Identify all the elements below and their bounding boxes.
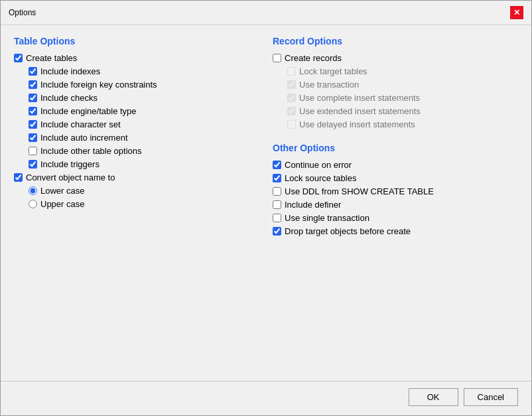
include-definer-label[interactable]: Include definer	[285, 200, 341, 210]
use-ddl-row: Use DDL from SHOW CREATE TABLE	[273, 186, 518, 196]
continue-on-error-label[interactable]: Continue on error	[285, 160, 352, 170]
include-other-label[interactable]: Include other table options	[40, 146, 142, 156]
continue-on-error-row: Continue on error	[273, 160, 518, 170]
ok-button[interactable]: OK	[409, 388, 458, 406]
include-triggers-row: Include triggers	[29, 159, 259, 169]
include-auto-inc-label[interactable]: Include auto increment	[40, 133, 128, 143]
include-definer-row: Include definer	[273, 200, 518, 210]
lower-case-radio[interactable]	[29, 186, 37, 195]
lock-source-tables-label[interactable]: Lock source tables	[285, 173, 356, 183]
lock-target-checkbox[interactable]	[287, 67, 296, 76]
include-charset-checkbox[interactable]	[29, 120, 37, 129]
use-complete-insert-row: Use complete insert statements	[287, 93, 518, 103]
include-indexes-row: Include indexes	[29, 66, 259, 76]
include-other-checkbox[interactable]	[29, 147, 37, 155]
other-options-title: Other Options	[273, 143, 518, 153]
options-dialog: Options ✕ Table Options Create tables In…	[0, 0, 532, 416]
include-fk-row: Include foreign key constraints	[29, 80, 259, 90]
use-transaction-row: Use transaction	[287, 80, 518, 90]
left-column: Table Options Create tables Include inde…	[14, 36, 259, 370]
create-tables-row: Create tables	[14, 53, 259, 63]
right-column: Record Options Create records Lock targe…	[273, 36, 518, 370]
create-records-checkbox[interactable]	[273, 54, 281, 62]
include-fk-label[interactable]: Include foreign key constraints	[40, 80, 157, 90]
continue-on-error-checkbox[interactable]	[273, 161, 281, 169]
lock-source-tables-checkbox[interactable]	[273, 174, 281, 182]
include-engine-label[interactable]: Include engine/table type	[40, 106, 137, 116]
dialog-footer: OK Cancel	[1, 381, 531, 415]
use-single-transaction-row: Use single transaction	[273, 213, 518, 223]
convert-object-checkbox[interactable]	[14, 173, 23, 182]
include-engine-row: Include engine/table type	[29, 106, 259, 116]
convert-object-label[interactable]: Convert object name to	[26, 173, 115, 182]
upper-case-row: Upper case	[29, 199, 259, 209]
include-auto-inc-row: Include auto increment	[29, 133, 259, 143]
upper-case-radio[interactable]	[29, 200, 37, 208]
dialog-content: Table Options Create tables Include inde…	[1, 25, 531, 381]
upper-case-label[interactable]: Upper case	[40, 199, 84, 209]
dialog-title: Options	[9, 8, 36, 17]
use-single-transaction-label[interactable]: Use single transaction	[285, 213, 369, 223]
lock-source-tables-row: Lock source tables	[273, 173, 518, 183]
use-single-transaction-checkbox[interactable]	[273, 214, 281, 222]
include-checks-row: Include checks	[29, 93, 259, 103]
use-transaction-checkbox[interactable]	[287, 80, 296, 89]
create-records-label[interactable]: Create records	[285, 53, 342, 63]
include-other-row: Include other table options	[29, 146, 259, 156]
create-tables-checkbox[interactable]	[14, 54, 23, 62]
table-options-title: Table Options	[14, 36, 259, 46]
include-triggers-checkbox[interactable]	[29, 160, 37, 169]
include-definer-checkbox[interactable]	[273, 200, 281, 209]
close-button[interactable]: ✕	[510, 6, 523, 19]
include-indexes-label[interactable]: Include indexes	[40, 66, 100, 76]
lock-target-row: Lock target tables	[287, 66, 518, 76]
lock-target-label: Lock target tables	[299, 66, 367, 76]
include-charset-label[interactable]: Include character set	[40, 119, 121, 129]
convert-object-row: Convert object name to	[14, 173, 259, 182]
include-engine-checkbox[interactable]	[29, 107, 37, 115]
drop-target-row: Drop target objects before create	[273, 226, 518, 236]
use-complete-insert-checkbox[interactable]	[287, 94, 296, 102]
include-charset-row: Include character set	[29, 119, 259, 129]
create-tables-label[interactable]: Create tables	[26, 53, 77, 63]
use-transaction-label: Use transaction	[299, 80, 359, 90]
include-auto-inc-checkbox[interactable]	[29, 133, 37, 142]
drop-target-checkbox[interactable]	[273, 227, 281, 236]
create-records-row: Create records	[273, 53, 518, 63]
lower-case-label[interactable]: Lower case	[40, 186, 84, 196]
include-triggers-label[interactable]: Include triggers	[40, 159, 100, 169]
use-extended-insert-label: Use extended insert statements	[299, 106, 421, 116]
use-delayed-insert-row: Use delayed insert statements	[287, 119, 518, 129]
use-complete-insert-label: Use complete insert statements	[299, 93, 420, 103]
use-delayed-insert-checkbox[interactable]	[287, 120, 296, 129]
use-ddl-label[interactable]: Use DDL from SHOW CREATE TABLE	[285, 186, 434, 196]
use-delayed-insert-label: Use delayed insert statements	[299, 119, 415, 129]
include-checks-checkbox[interactable]	[29, 94, 37, 102]
drop-target-label[interactable]: Drop target objects before create	[285, 226, 411, 236]
include-indexes-checkbox[interactable]	[29, 67, 37, 76]
include-checks-label[interactable]: Include checks	[40, 93, 98, 103]
use-extended-insert-checkbox[interactable]	[287, 107, 296, 115]
use-extended-insert-row: Use extended insert statements	[287, 106, 518, 116]
title-bar: Options ✕	[1, 1, 531, 25]
use-ddl-checkbox[interactable]	[273, 187, 281, 196]
columns: Table Options Create tables Include inde…	[14, 36, 518, 370]
record-options-title: Record Options	[273, 36, 518, 46]
cancel-button[interactable]: Cancel	[464, 388, 518, 406]
include-fk-checkbox[interactable]	[29, 80, 37, 89]
lower-case-row: Lower case	[29, 186, 259, 196]
